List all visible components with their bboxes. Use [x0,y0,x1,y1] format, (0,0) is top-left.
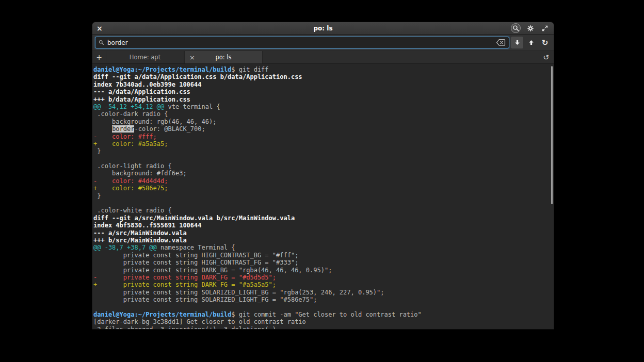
terminal-line: private const string HIGH_CONTRAST_FG = … [93,259,554,266]
expand-icon [541,25,549,32]
terminal-line: @@ -38,7 +38,7 @@ namespace Terminal { [93,244,554,251]
terminal-line: - color: #fff; [93,133,554,140]
terminal-line: - color: #4d4d4d; [93,177,554,185]
search-wrap-button[interactable]: ↻ [539,37,551,48]
new-tab-button[interactable]: + [92,51,106,63]
search-toggle-button[interactable] [511,23,521,33]
terminal-window: × po: ls [92,22,554,330]
terminal-line: background: rgb(46, 46, 46); [93,118,554,125]
history-icon: ↺ [543,53,549,61]
gear-icon [527,25,534,32]
tab-po-ls[interactable]: × po: ls [184,51,263,63]
search-previous-button[interactable] [525,37,537,48]
arrow-down-icon [514,39,521,46]
terminal-line: diff --git a/data/Application.css b/data… [93,73,554,80]
titlebar: × po: ls [92,22,554,35]
terminal-line [93,304,554,311]
terminal-line: .color-light radio { [93,162,554,170]
terminal-line: private const string HIGH_CONTRAST_BG = … [93,252,554,259]
terminal-line: - private const string DARK_FG = "#d5d5d… [93,274,554,281]
terminal-output[interactable]: daniel@Yoga:~/Projects/terminal/build$ g… [92,64,554,329]
cycle-icon: ↻ [542,38,549,47]
scrollbar-thumb[interactable] [551,66,553,204]
terminal-line [93,155,554,162]
tab-home-apt[interactable]: Home: apt [106,51,184,63]
terminal-line: +++ b/src/MainWindow.vala [93,237,554,244]
terminal-line [93,200,554,207]
terminal-line: .color-white radio { [93,207,554,214]
window-close-button[interactable]: × [96,25,106,32]
terminal-line: } [93,147,554,155]
terminal-line: [darker-dark-bg 3c38dd1] Get closer to o… [93,318,554,325]
terminal-line: --- a/src/MainWindow.vala [93,229,554,237]
clear-search-icon[interactable] [496,39,506,46]
search-next-button[interactable] [511,37,523,48]
desktop-background: × po: ls [0,0,644,362]
terminal-line: border-color: @BLACK_700; [93,125,554,133]
tab-label: po: ls [215,54,231,61]
terminal-line: daniel@Yoga:~/Projects/terminal/build$ g… [93,66,554,73]
terminal-line: background: #fdf6e3; [93,170,554,177]
arrow-up-icon [528,39,535,46]
terminal-line: @@ -54,12 +54,12 @@ vte-terminal { [93,103,554,110]
titlebar-icons [511,23,550,33]
search-bar: ↻ [92,35,554,51]
terminal-line: + private const string DARK_FG = "#a5a5a… [93,281,554,288]
tab-bar: + Home: apt × po: ls ↺ [92,51,554,64]
terminal-line: } [93,192,554,200]
terminal-line: --- a/data/Application.css [93,88,554,95]
terminal-line: private const string SOLARIZED_LIGHT_FG … [93,296,554,303]
tab-label: Home: apt [130,54,160,61]
terminal-line: 2 files changed, 3 insertions(+), 3 dele… [93,326,554,329]
terminal-line: private const string DARK_BG = "rgba(46,… [93,267,554,274]
terminal-line: diff --git a/src/MainWindow.vala b/src/M… [93,215,554,222]
terminal-line: +++ b/data/Application.css [93,96,554,103]
fullscreen-button[interactable] [540,23,550,33]
terminal-line: index 7b340ad..0eb399e 100644 [93,81,554,88]
terminal-line: private const string SOLARIZED_LIGHT_BG … [93,289,554,296]
tab-close-icon[interactable]: × [189,54,195,61]
search-icon [512,25,520,32]
terminal-line: .color-dark radio { [93,110,554,118]
terminal-line: daniel@Yoga:~/Projects/terminal/build$ g… [93,311,554,318]
settings-button[interactable] [525,23,535,33]
restore-closed-tab-button[interactable]: ↺ [538,51,554,63]
terminal-lines: daniel@Yoga:~/Projects/terminal/build$ g… [93,66,554,329]
search-input[interactable] [107,39,493,46]
terminal-line: + color: #586e75; [93,185,554,192]
search-field[interactable] [95,37,509,48]
search-icon [99,40,104,45]
window-title: po: ls [92,25,554,32]
tabbar-spacer [263,51,538,63]
terminal-line: + color: #a5a5a5; [93,140,554,147]
terminal-line: index 4bf5830..f555691 100644 [93,222,554,229]
